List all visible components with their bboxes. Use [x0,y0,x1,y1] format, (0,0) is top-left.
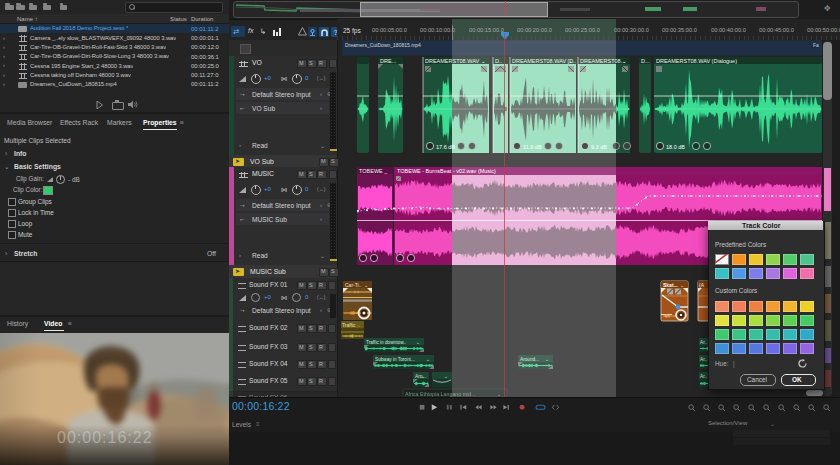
svg-text:⌄: ⌄ [426,357,430,362]
svg-text:DRE...: DRE... [380,58,397,64]
svg-text:Traffic in downtow..: Traffic in downtow.. [366,340,406,345]
svg-text:Dreamers_CutDown_180815.mp4: Dreamers_CutDown_180815.mp4 [345,42,421,48]
svg-text:Ar..: Ar.. [700,357,707,362]
svg-text:⌄: ⌄ [364,282,368,288]
svg-text:(A: (A [699,282,705,288]
svg-text:⌄: ⌄ [421,374,425,379]
svg-text:Traffic ..: Traffic .. [342,322,360,328]
svg-text:TOBEWE _: TOBEWE _ [359,168,388,174]
svg-text:Skat...: Skat... [663,282,678,288]
svg-text:Subway in Toront...: Subway in Toront... [375,357,415,362]
svg-text:⌄: ⌄ [444,374,448,379]
svg-text:⌄: ⌄ [622,58,627,64]
svg-text:⌄: ⌄ [416,340,420,345]
svg-text:Car-Ti..: Car-Ti.. [345,282,361,288]
svg-text:⌄: ⌄ [680,282,684,288]
svg-text:18.0 dB: 18.0 dB [666,144,685,150]
svg-text:D...: D... [641,58,650,64]
svg-text:Fa: Fa [813,42,819,48]
svg-text:Ar..: Ar.. [700,340,707,345]
svg-text:DREAMERST08.WAV (Dialogue): DREAMERST08.WAV (Dialogue) [656,58,737,64]
svg-text:Ar..: Ar.. [700,374,707,379]
